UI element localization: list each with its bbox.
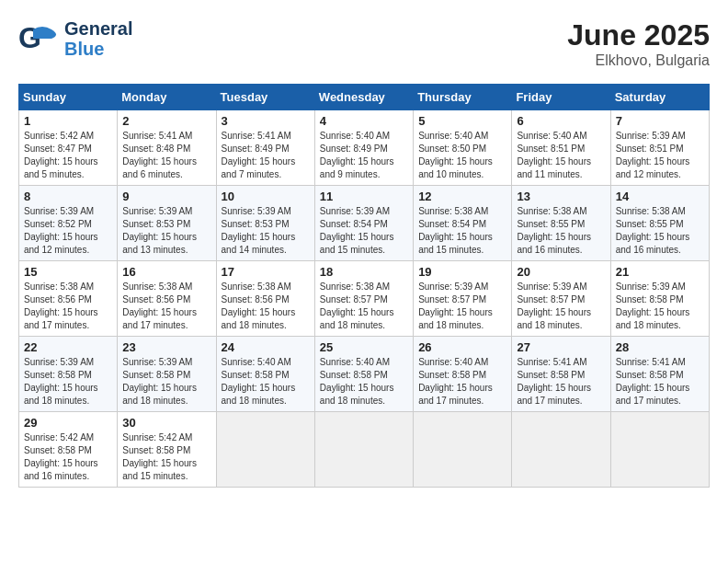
day-number: 21	[616, 265, 704, 279]
calendar-cell	[216, 412, 314, 488]
day-number: 11	[320, 190, 408, 203]
col-sunday: Sunday	[19, 85, 118, 110]
page-header: G General Blue June 2025 Elkhovo, Bulgar…	[18, 18, 710, 69]
day-number: 12	[418, 190, 506, 203]
day-number: 16	[122, 265, 210, 279]
day-number: 4	[320, 114, 408, 128]
day-number: 30	[122, 416, 210, 430]
day-info: Sunrise: 5:38 AMSunset: 8:56 PMDaylight:…	[122, 281, 210, 332]
col-tuesday: Tuesday	[216, 85, 314, 110]
calendar-cell: 30Sunrise: 5:42 AMSunset: 8:58 PMDayligh…	[118, 412, 216, 488]
calendar-header-row: Sunday Monday Tuesday Wednesday Thursday…	[19, 85, 710, 110]
calendar-cell: 11Sunrise: 5:39 AMSunset: 8:54 PMDayligh…	[314, 186, 413, 261]
day-info: Sunrise: 5:41 AMSunset: 8:58 PMDaylight:…	[616, 356, 704, 408]
day-number: 10	[222, 190, 310, 203]
calendar-cell: 10Sunrise: 5:39 AMSunset: 8:53 PMDayligh…	[216, 186, 314, 261]
calendar-cell: 17Sunrise: 5:38 AMSunset: 8:56 PMDayligh…	[216, 261, 314, 337]
day-info: Sunrise: 5:39 AMSunset: 8:58 PMDaylight:…	[24, 356, 112, 408]
calendar-cell: 25Sunrise: 5:40 AMSunset: 8:58 PMDayligh…	[314, 337, 413, 412]
logo-blue: Blue	[64, 39, 132, 59]
day-number: 3	[222, 114, 310, 128]
day-number: 23	[122, 340, 210, 354]
col-friday: Friday	[512, 85, 610, 110]
calendar-cell: 9Sunrise: 5:39 AMSunset: 8:53 PMDaylight…	[118, 186, 216, 261]
day-number: 18	[320, 265, 408, 279]
day-info: Sunrise: 5:38 AMSunset: 8:54 PMDaylight:…	[418, 205, 506, 257]
calendar-cell	[314, 412, 413, 488]
day-info: Sunrise: 5:38 AMSunset: 8:56 PMDaylight:…	[222, 281, 310, 332]
calendar-table: Sunday Monday Tuesday Wednesday Thursday…	[18, 84, 710, 488]
day-number: 26	[418, 340, 506, 354]
title-block: June 2025 Elkhovo, Bulgaria	[567, 18, 710, 69]
calendar-cell: 24Sunrise: 5:40 AMSunset: 8:58 PMDayligh…	[216, 337, 314, 412]
day-number: 14	[616, 190, 704, 203]
calendar-cell: 12Sunrise: 5:38 AMSunset: 8:54 PMDayligh…	[414, 186, 512, 261]
day-info: Sunrise: 5:40 AMSunset: 8:49 PMDaylight:…	[320, 130, 408, 181]
day-number: 17	[222, 265, 310, 279]
calendar-cell: 6Sunrise: 5:40 AMSunset: 8:51 PMDaylight…	[512, 110, 610, 186]
day-info: Sunrise: 5:39 AMSunset: 8:52 PMDaylight:…	[24, 205, 112, 257]
calendar-cell: 16Sunrise: 5:38 AMSunset: 8:56 PMDayligh…	[118, 261, 216, 337]
day-number: 25	[320, 340, 408, 354]
day-info: Sunrise: 5:39 AMSunset: 8:58 PMDaylight:…	[122, 356, 210, 408]
day-info: Sunrise: 5:39 AMSunset: 8:58 PMDaylight:…	[616, 281, 704, 332]
day-info: Sunrise: 5:38 AMSunset: 8:55 PMDaylight:…	[517, 205, 605, 257]
day-number: 19	[418, 265, 506, 279]
calendar-week-5: 29Sunrise: 5:42 AMSunset: 8:58 PMDayligh…	[19, 412, 710, 488]
logo: G General Blue	[18, 18, 132, 59]
calendar-cell: 7Sunrise: 5:39 AMSunset: 8:51 PMDaylight…	[610, 110, 709, 186]
calendar-cell: 18Sunrise: 5:38 AMSunset: 8:57 PMDayligh…	[314, 261, 413, 337]
calendar-week-1: 1Sunrise: 5:42 AMSunset: 8:47 PMDaylight…	[19, 110, 710, 186]
day-info: Sunrise: 5:42 AMSunset: 8:58 PMDaylight:…	[122, 431, 210, 483]
col-monday: Monday	[118, 85, 216, 110]
calendar-cell: 5Sunrise: 5:40 AMSunset: 8:50 PMDaylight…	[414, 110, 512, 186]
day-number: 7	[616, 114, 704, 128]
calendar-cell: 19Sunrise: 5:39 AMSunset: 8:57 PMDayligh…	[414, 261, 512, 337]
calendar-cell: 4Sunrise: 5:40 AMSunset: 8:49 PMDaylight…	[314, 110, 413, 186]
calendar-cell: 23Sunrise: 5:39 AMSunset: 8:58 PMDayligh…	[118, 337, 216, 412]
day-info: Sunrise: 5:39 AMSunset: 8:54 PMDaylight:…	[320, 205, 408, 257]
calendar-cell: 15Sunrise: 5:38 AMSunset: 8:56 PMDayligh…	[19, 261, 118, 337]
day-number: 24	[222, 340, 310, 354]
day-info: Sunrise: 5:42 AMSunset: 8:58 PMDaylight:…	[24, 431, 112, 483]
calendar-cell	[414, 412, 512, 488]
day-info: Sunrise: 5:40 AMSunset: 8:51 PMDaylight:…	[517, 130, 605, 181]
calendar-cell	[610, 412, 709, 488]
day-number: 13	[517, 190, 605, 203]
day-info: Sunrise: 5:39 AMSunset: 8:53 PMDaylight:…	[122, 205, 210, 257]
calendar-cell	[512, 412, 610, 488]
day-number: 5	[418, 114, 506, 128]
day-info: Sunrise: 5:40 AMSunset: 8:58 PMDaylight:…	[418, 356, 506, 408]
calendar-cell: 26Sunrise: 5:40 AMSunset: 8:58 PMDayligh…	[414, 337, 512, 412]
col-thursday: Thursday	[414, 85, 512, 110]
day-number: 8	[24, 190, 112, 203]
calendar-cell: 1Sunrise: 5:42 AMSunset: 8:47 PMDaylight…	[19, 110, 118, 186]
day-info: Sunrise: 5:39 AMSunset: 8:57 PMDaylight:…	[418, 281, 506, 332]
day-number: 1	[24, 114, 112, 128]
day-info: Sunrise: 5:40 AMSunset: 8:50 PMDaylight:…	[418, 130, 506, 181]
calendar-cell: 13Sunrise: 5:38 AMSunset: 8:55 PMDayligh…	[512, 186, 610, 261]
day-info: Sunrise: 5:38 AMSunset: 8:56 PMDaylight:…	[24, 281, 112, 332]
logo-general: General	[64, 18, 132, 39]
calendar-cell: 27Sunrise: 5:41 AMSunset: 8:58 PMDayligh…	[512, 337, 610, 412]
day-info: Sunrise: 5:39 AMSunset: 8:51 PMDaylight:…	[616, 130, 704, 181]
day-info: Sunrise: 5:41 AMSunset: 8:49 PMDaylight:…	[222, 130, 310, 181]
day-number: 28	[616, 340, 704, 354]
day-number: 9	[122, 190, 210, 203]
day-info: Sunrise: 5:42 AMSunset: 8:47 PMDaylight:…	[24, 130, 112, 181]
calendar-cell: 28Sunrise: 5:41 AMSunset: 8:58 PMDayligh…	[610, 337, 709, 412]
day-number: 27	[517, 340, 605, 354]
month-year-title: June 2025	[567, 18, 710, 52]
col-saturday: Saturday	[610, 85, 709, 110]
col-wednesday: Wednesday	[314, 85, 413, 110]
day-number: 2	[122, 114, 210, 128]
calendar-week-3: 15Sunrise: 5:38 AMSunset: 8:56 PMDayligh…	[19, 261, 710, 337]
calendar-cell: 20Sunrise: 5:39 AMSunset: 8:57 PMDayligh…	[512, 261, 610, 337]
day-info: Sunrise: 5:38 AMSunset: 8:57 PMDaylight:…	[320, 281, 408, 332]
day-info: Sunrise: 5:41 AMSunset: 8:58 PMDaylight:…	[517, 356, 605, 408]
day-number: 20	[517, 265, 605, 279]
day-info: Sunrise: 5:39 AMSunset: 8:53 PMDaylight:…	[222, 205, 310, 257]
day-info: Sunrise: 5:38 AMSunset: 8:55 PMDaylight:…	[616, 205, 704, 257]
day-info: Sunrise: 5:40 AMSunset: 8:58 PMDaylight:…	[222, 356, 310, 408]
day-number: 15	[24, 265, 112, 279]
